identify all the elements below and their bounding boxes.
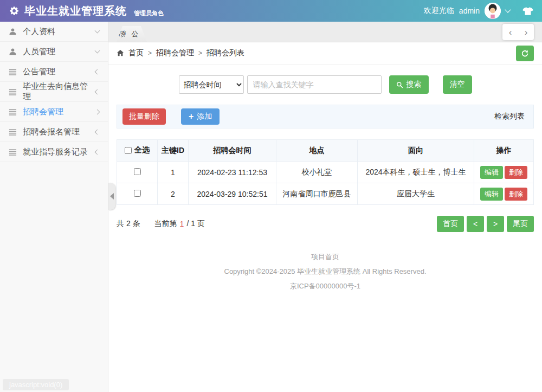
column-header: 主键ID xyxy=(158,140,189,162)
last-page-button[interactable]: 尾页 xyxy=(507,216,534,232)
close-icon[interactable]: × xyxy=(151,30,155,38)
status-bar-link-preview: javascript:void(0) xyxy=(3,379,69,390)
cell-audience: 2024本科生，硕士生，博士生 xyxy=(358,162,474,183)
add-button[interactable]: + 添加 xyxy=(181,108,220,125)
total-count-text: 共 2 条 xyxy=(117,219,140,229)
table-row: 1 2024-02-23 11:12:53 校小礼堂 2024本科生，硕士生，博… xyxy=(117,162,534,183)
user-menu-chevron-icon[interactable] xyxy=(505,7,511,12)
delete-button[interactable]: 删除 xyxy=(505,188,527,201)
sidebar-item-announcements[interactable]: 公告管理 xyxy=(0,62,108,82)
row-checkbox[interactable] xyxy=(134,190,141,197)
sidebar-collapse-handle[interactable] xyxy=(108,183,115,210)
sidebar: 个人资料 人员管理 公告管理 毕业生去向信息管理 招聘会管理 招聘会报名管理 xyxy=(0,22,108,392)
breadcrumb-job-fair-list: 招聘会列表 xyxy=(207,48,244,58)
sidebar-item-job-fair-signup[interactable]: 招聘会报名管理 xyxy=(0,122,108,142)
batch-delete-label: 批量删除 xyxy=(129,112,159,121)
breadcrumb-job-fair-mgmt[interactable]: 招聘会管理 xyxy=(156,48,194,58)
cell-id: 2 xyxy=(158,183,189,205)
sidebar-item-guidance-records[interactable]: 就业指导服务记录 xyxy=(0,142,108,162)
avatar[interactable] xyxy=(485,3,501,19)
breadcrumb-separator: > xyxy=(148,49,152,57)
app-title: 毕业生就业管理系统 xyxy=(24,4,127,18)
footer-project-home: 项目首页 xyxy=(117,252,534,263)
sidebar-item-personnel[interactable]: 人员管理 xyxy=(0,42,108,62)
app-brand: 毕业生就业管理系统 管理员角色 xyxy=(9,4,164,18)
search-button-label: 搜索 xyxy=(406,80,422,89)
sidebar-item-label: 就业指导服务记录 xyxy=(23,147,88,157)
edit-button[interactable]: 编辑 xyxy=(480,188,503,201)
chevron-right-icon xyxy=(95,109,100,114)
list-icon xyxy=(9,87,17,96)
theme-shirt-icon[interactable] xyxy=(522,7,533,16)
list-icon xyxy=(9,147,17,156)
current-page-suffix: / 1 页 xyxy=(186,219,204,229)
page-footer: 项目首页 Copyright ©2024-2025 毕业生就业管理系统 All … xyxy=(117,252,534,292)
sidebar-item-job-fair[interactable]: 招聘会管理 xyxy=(0,102,108,122)
breadcrumb: 首页 > 招聘会管理 > 招聘会列表 xyxy=(108,42,542,65)
breadcrumb-home[interactable]: 首页 xyxy=(128,48,144,58)
list-icon xyxy=(9,67,17,76)
current-page-prefix: 当前第 xyxy=(154,219,177,229)
tab-scroll-right-icon[interactable]: › xyxy=(525,28,528,37)
column-header: 全选 xyxy=(134,145,150,155)
job-fair-table: 全选 主键ID 招聘会时间 地点 面向 操作 1 2024-02-23 11:1… xyxy=(117,139,534,205)
delete-button[interactable]: 删除 xyxy=(505,166,527,179)
refresh-button[interactable] xyxy=(516,46,534,61)
sidebar-item-label: 人员管理 xyxy=(23,47,55,57)
cell-id: 1 xyxy=(158,162,189,183)
chevron-left-icon xyxy=(95,149,100,155)
user-icon xyxy=(9,27,17,36)
pagination: 共 2 条 当前第 1 / 1 页 首页 < > 尾页 xyxy=(117,216,534,232)
table-row: 2 2024-03-29 10:52:51 河南省周口市鹿邑县 应届大学生 编辑… xyxy=(117,183,534,205)
welcome-text: 欢迎光临 xyxy=(424,6,454,16)
home-icon xyxy=(117,49,124,57)
username: admin xyxy=(459,7,480,15)
cell-location: 河南省周口市鹿邑县 xyxy=(276,183,358,205)
close-icon[interactable]: × xyxy=(151,30,156,38)
tab-bar: 我的桌面 修改个人资料× 修改密码× 学生管理× 教师管理× 管理员管理× 公 … xyxy=(108,22,542,42)
clear-button[interactable]: 清空 xyxy=(443,75,472,94)
search-button[interactable]: 搜索 xyxy=(389,75,429,94)
row-checkbox[interactable] xyxy=(134,168,141,175)
sidebar-item-label: 个人资料 xyxy=(23,27,55,37)
sidebar-item-graduate-destination[interactable]: 毕业生去向信息管理 xyxy=(0,82,108,102)
cell-time: 2024-02-23 11:12:53 xyxy=(189,162,276,183)
next-page-button[interactable]: > xyxy=(487,216,504,232)
close-icon[interactable]: × xyxy=(147,30,151,38)
sidebar-item-label: 招聘会报名管理 xyxy=(23,127,80,137)
list-icon xyxy=(9,107,17,116)
tab-label: 公 xyxy=(132,29,139,39)
column-header: 招聘会时间 xyxy=(189,140,276,162)
topbar: 毕业生就业管理系统 管理员角色 欢迎光临 admin xyxy=(0,0,542,22)
sidebar-item-label: 招聘会管理 xyxy=(23,107,63,117)
edit-button[interactable]: 编辑 xyxy=(480,166,503,179)
plus-icon: + xyxy=(189,112,193,121)
list-icon xyxy=(9,127,17,136)
chevron-left-icon xyxy=(95,129,100,134)
cell-audience: 应届大学生 xyxy=(358,183,474,205)
prev-page-button[interactable]: < xyxy=(467,216,484,232)
search-bar: 招聘会时间 搜索 清空 xyxy=(117,75,534,94)
gear-icon xyxy=(9,5,20,16)
table-toolbar: 批量删除 + 添加 检索列表 xyxy=(117,105,534,128)
select-all-checkbox[interactable] xyxy=(125,147,132,154)
close-icon[interactable]: × xyxy=(145,30,149,38)
search-field-select[interactable]: 招聘会时间 xyxy=(179,75,244,94)
batch-delete-button[interactable]: 批量删除 xyxy=(122,108,166,125)
role-badge: 管理员角色 xyxy=(134,9,164,17)
sidebar-item-profile[interactable]: 个人资料 xyxy=(0,22,108,42)
first-page-button[interactable]: 首页 xyxy=(437,216,464,232)
breadcrumb-separator: > xyxy=(198,49,202,57)
chevron-left-icon xyxy=(95,69,100,74)
search-icon xyxy=(396,81,403,88)
search-input[interactable] xyxy=(247,75,382,94)
chevron-down-icon xyxy=(95,48,100,53)
close-icon[interactable]: × xyxy=(146,30,150,38)
chevron-down-icon xyxy=(95,28,100,33)
list-hint: 检索列表 xyxy=(494,112,528,121)
tab-scroll-left-icon[interactable]: ‹ xyxy=(509,28,512,37)
chevron-left-icon xyxy=(95,89,100,94)
column-header: 地点 xyxy=(276,140,358,162)
tab-scroll-arrows: ‹ › xyxy=(502,24,534,40)
sidebar-item-label: 毕业生去向信息管理 xyxy=(23,81,90,102)
